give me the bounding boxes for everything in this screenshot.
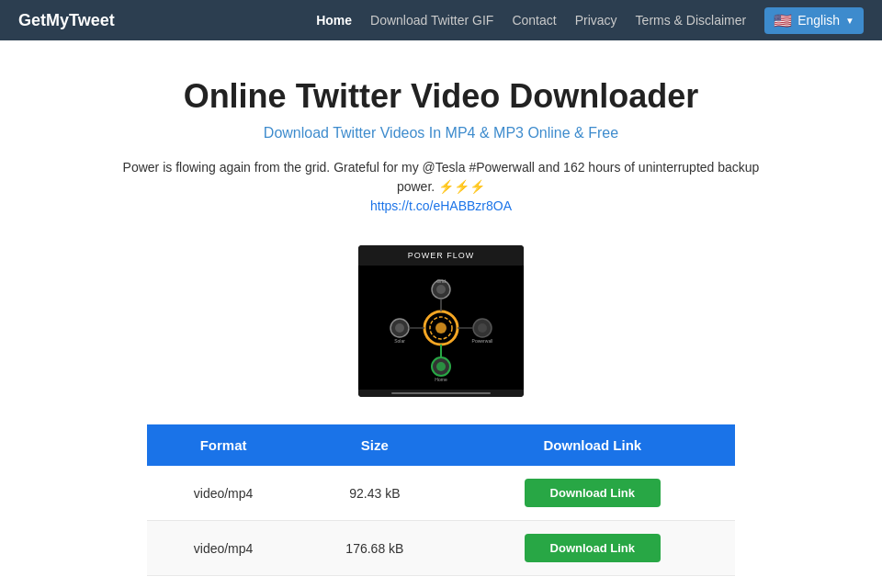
nav-contact[interactable]: Contact — [512, 13, 556, 28]
tweet-link[interactable]: https://t.co/eHABBzr8OA — [370, 198, 512, 213]
nav-links: Home Download Twitter GIF Contact Privac… — [316, 7, 864, 34]
video-thumbnail-wrapper: POWER FLOW — [0, 245, 882, 397]
download-link-button-1[interactable]: Download Link — [525, 479, 661, 507]
brand-logo[interactable]: GetMyTweet — [18, 11, 115, 30]
cell-size: 176.68 kB — [300, 521, 450, 576]
video-thumbnail: POWER FLOW — [358, 245, 524, 397]
svg-point-10 — [436, 362, 446, 371]
nav-home[interactable]: Home — [316, 13, 352, 28]
download-link-button-2[interactable]: Download Link — [525, 534, 661, 562]
svg-text:Powerwall: Powerwall — [472, 338, 493, 344]
table-body: video/mp492.43 kBDownload Linkvideo/mp41… — [147, 466, 735, 588]
nav-gif[interactable]: Download Twitter GIF — [370, 13, 493, 28]
svg-text:Solar: Solar — [394, 338, 405, 344]
navbar: GetMyTweet Home Download Twitter GIF Con… — [0, 0, 882, 40]
hero-subtitle: Download Twitter Videos In MP4 & MP3 Onl… — [18, 125, 864, 141]
cell-size: 64.19 kB — [300, 576, 450, 589]
power-flow-diagram: Grid Solar Powerwall Home — [381, 273, 501, 383]
col-header-download: Download Link — [450, 424, 735, 466]
table-row: video/mp492.43 kBDownload Link — [147, 466, 735, 521]
table-header: Format Size Download Link — [147, 424, 735, 466]
nav-terms[interactable]: Terms & Disclaimer — [636, 13, 747, 28]
svg-point-8 — [478, 323, 487, 333]
table-row: video/mp4176.68 kBDownload Link — [147, 521, 735, 576]
nav-privacy[interactable]: Privacy — [575, 13, 617, 28]
tweet-body: Power is flowing again from the grid. Gr… — [123, 160, 760, 194]
cell-format: video/mp4 — [147, 576, 300, 589]
page-title: Online Twitter Video Downloader — [18, 77, 864, 116]
thumb-bottom-bar — [358, 390, 524, 397]
chevron-down-icon: ▼ — [845, 16, 854, 26]
col-header-format: Format — [147, 424, 300, 466]
download-table-section: Format Size Download Link video/mp492.43… — [129, 424, 753, 588]
cell-download: Download Link — [450, 521, 735, 576]
col-header-size: Size — [300, 424, 450, 466]
download-table: Format Size Download Link video/mp492.43… — [147, 424, 735, 588]
progress-indicator — [391, 392, 491, 394]
cell-size: 92.43 kB — [300, 466, 450, 521]
thumb-title-text: POWER FLOW — [408, 251, 475, 260]
thumb-diagram: Grid Solar Powerwall Home — [358, 266, 524, 390]
lang-label: English — [797, 13, 840, 28]
tweet-text: Power is flowing again from the grid. Gr… — [110, 158, 772, 216]
cell-download: Download Link — [450, 466, 735, 521]
cell-format: video/mp4 — [147, 521, 300, 576]
svg-text:Home: Home — [435, 377, 447, 382]
cell-download: Download Link — [450, 576, 735, 589]
language-button[interactable]: 🇺🇸 English ▼ — [764, 7, 864, 34]
thumb-inner: POWER FLOW — [358, 245, 524, 397]
thumb-title-bar: POWER FLOW — [358, 245, 524, 266]
cell-format: video/mp4 — [147, 466, 300, 521]
svg-point-4 — [436, 285, 446, 294]
svg-point-6 — [395, 323, 404, 333]
svg-text:Grid: Grid — [436, 278, 446, 284]
table-row: video/mp464.19 kBDownload Link — [147, 576, 735, 589]
hero-section: Online Twitter Video Downloader Download… — [0, 40, 882, 245]
svg-point-2 — [435, 322, 447, 334]
flag-icon: 🇺🇸 — [774, 12, 792, 29]
